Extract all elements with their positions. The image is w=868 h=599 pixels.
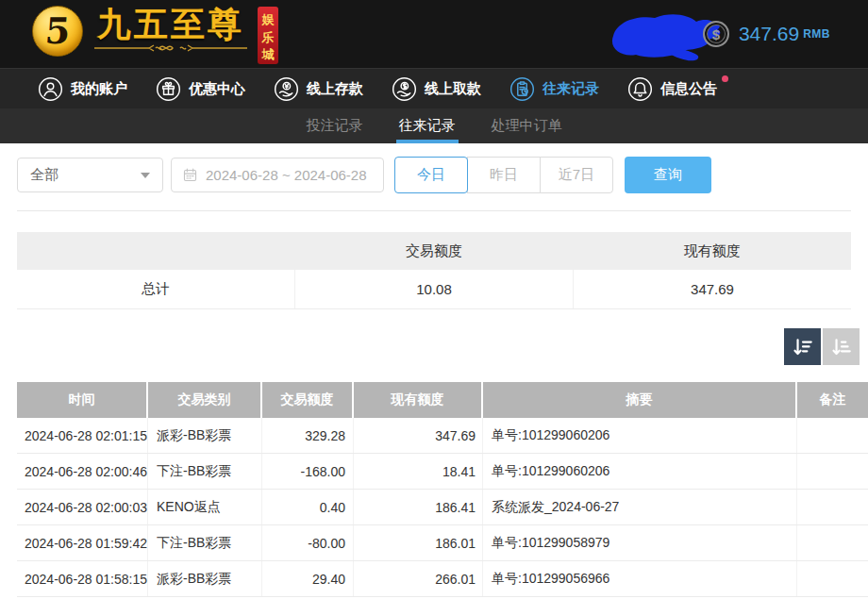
sort-ascending-icon — [830, 336, 853, 358]
top-header: 5 九五至尊 娱乐城 $ 347.69 RMB — [0, 0, 868, 68]
nav-item-deposit[interactable]: 线上存款 — [274, 76, 363, 102]
cell-summary: 单号:101299060206 — [483, 418, 797, 453]
cell-type: 派彩-BB彩票 — [148, 561, 262, 596]
cell-amount: 329.28 — [262, 418, 354, 453]
header-balance: 现有额度 — [354, 382, 483, 418]
tab-pending-orders[interactable]: 处理中订单 — [474, 108, 580, 143]
cell-type: KENO返点 — [148, 490, 262, 524]
table-row: 2024-06-28 01:59:42 下注-BB彩票 -80.00 186.0… — [17, 525, 868, 561]
summary-balance-total: 347.69 — [573, 270, 851, 308]
nav-item-announcements[interactable]: 信息公告 — [627, 76, 717, 102]
cell-time: 2024-06-28 02:00:46 — [17, 454, 148, 489]
cell-note — [797, 561, 868, 596]
logo-coin-icon: 5 — [32, 6, 83, 57]
cell-time: 2024-06-28 01:58:15 — [17, 561, 148, 596]
table-row: 2024-06-28 02:01:15 派彩-BB彩票 329.28 347.6… — [17, 418, 868, 454]
sort-descending-icon — [792, 336, 814, 358]
cell-summary: 单号:101299056966 — [483, 561, 797, 596]
dollar-coin-icon: $ — [703, 21, 729, 47]
nav-label: 线上取款 — [425, 80, 481, 98]
header-summary: 摘要 — [483, 382, 797, 418]
summary-row-label: 总计 — [17, 270, 294, 308]
cell-summary: 系统派发_2024-06-27 — [483, 490, 797, 524]
table-row: 2024-06-28 01:58:15 派彩-BB彩票 29.40 266.01… — [17, 561, 868, 597]
summary-total-row: 总计 10.08 347.69 — [17, 270, 851, 309]
sort-ascending-button[interactable] — [823, 328, 860, 365]
bell-icon — [627, 76, 653, 102]
cell-balance: 18.41 — [354, 454, 483, 489]
sort-controls — [0, 328, 860, 365]
cell-time: 2024-06-28 01:59:42 — [17, 525, 148, 560]
summary-transaction-total: 10.08 — [294, 270, 573, 308]
category-select-value: 全部 — [30, 166, 58, 184]
cell-amount: -80.00 — [262, 525, 354, 560]
gift-icon — [156, 76, 181, 102]
last7days-button[interactable]: 近7日 — [540, 157, 613, 193]
cell-time: 2024-06-28 02:00:03 — [17, 490, 148, 524]
cell-summary: 单号:101299058979 — [483, 525, 797, 560]
records-icon — [509, 76, 535, 102]
cell-balance: 347.69 — [354, 418, 483, 453]
brand-badge: 娱乐城 — [258, 7, 278, 65]
cell-note — [797, 490, 868, 524]
nav-label: 我的账户 — [71, 80, 127, 98]
category-select[interactable]: 全部 — [17, 158, 163, 192]
chevron-down-icon — [141, 173, 150, 178]
nav-item-withdraw[interactable]: 线上取款 — [392, 76, 481, 102]
query-button[interactable]: 查询 — [625, 157, 711, 193]
summary-header-empty — [17, 232, 295, 270]
summary-table: 交易额度 现有额度 总计 10.08 347.69 — [17, 232, 851, 309]
cell-note — [797, 418, 868, 453]
cell-note — [797, 454, 868, 489]
balance-amount: 347.69 — [739, 23, 799, 45]
cell-balance: 266.01 — [354, 561, 483, 596]
main-navigation: 我的账户 优惠中心 线上存款 线上取款 往来记录 — [0, 68, 868, 108]
notification-dot — [722, 75, 728, 82]
cell-note — [797, 525, 868, 560]
sort-descending-button[interactable] — [784, 328, 821, 365]
cell-amount: 29.40 — [262, 561, 354, 596]
summary-header-balance: 现有额度 — [573, 232, 851, 270]
nav-label: 往来记录 — [542, 80, 599, 98]
nav-label: 优惠中心 — [189, 80, 245, 98]
filter-bar: 全部 2024-06-28 ~ 2024-06-28 今日 昨日 近7日 查询 — [0, 143, 868, 193]
cell-type: 下注-BB彩票 — [148, 454, 262, 489]
balance-currency: RMB — [803, 27, 830, 41]
transactions-table: 时间 交易类别 交易额度 现有额度 摘要 备注 2024-06-28 02:01… — [17, 382, 868, 597]
section-divider — [17, 210, 851, 211]
deposit-icon — [274, 76, 299, 102]
tab-transaction-records[interactable]: 往来记录 — [381, 108, 474, 143]
table-row: 2024-06-28 02:00:03 KENO返点 0.40 186.41 系… — [17, 490, 868, 525]
table-header-row: 时间 交易类别 交易额度 现有额度 摘要 备注 — [17, 382, 868, 418]
table-row: 2024-06-28 02:00:46 下注-BB彩票 -168.00 18.4… — [17, 454, 868, 490]
brand-logo[interactable]: 5 九五至尊 娱乐城 — [32, 4, 278, 65]
cell-amount: 0.40 — [262, 490, 354, 524]
account-balance: $ 347.69 RMB — [703, 0, 830, 68]
cell-type: 派彩-BB彩票 — [148, 418, 262, 453]
nav-item-promotions[interactable]: 优惠中心 — [156, 76, 245, 102]
header-note: 备注 — [797, 382, 868, 418]
date-range-input[interactable]: 2024-06-28 ~ 2024-06-28 — [171, 158, 384, 192]
nav-item-my-account[interactable]: 我的账户 — [38, 76, 127, 102]
nav-label: 信息公告 — [660, 80, 717, 98]
flourish-decoration-icon — [91, 42, 251, 54]
brand-name: 九五至尊 — [97, 4, 244, 44]
yesterday-button[interactable]: 昨日 — [467, 157, 541, 193]
summary-header-row: 交易额度 现有额度 — [17, 232, 851, 270]
nav-item-transaction-records[interactable]: 往来记录 — [509, 76, 599, 102]
logo-number: 5 — [43, 13, 71, 49]
date-range-value: 2024-06-28 ~ 2024-06-28 — [206, 167, 367, 183]
cell-balance: 186.01 — [354, 525, 483, 560]
summary-header-transaction: 交易额度 — [295, 232, 574, 270]
cell-time: 2024-06-28 02:01:15 — [17, 418, 148, 453]
cell-summary: 单号:101299060206 — [483, 454, 797, 489]
cell-type: 下注-BB彩票 — [148, 525, 262, 560]
header-time: 时间 — [17, 382, 148, 418]
nav-label: 线上存款 — [307, 80, 363, 98]
active-tab-underline — [396, 140, 459, 143]
record-tabs: 投注记录 往来记录 处理中订单 — [0, 108, 868, 143]
today-button[interactable]: 今日 — [394, 157, 468, 193]
header-amount: 交易额度 — [262, 382, 354, 418]
tab-bet-records[interactable]: 投注记录 — [289, 108, 381, 143]
user-icon — [38, 76, 63, 102]
